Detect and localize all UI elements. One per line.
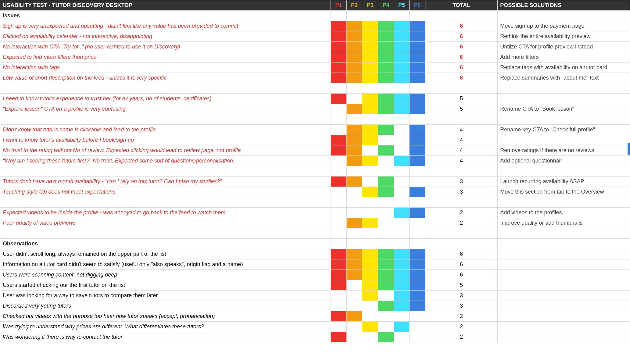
participant-cell-p1[interactable] [331,259,347,270]
participant-cell-p2[interactable] [346,291,362,301]
participant-cell-p5[interactable] [394,31,410,42]
participant-cell-p5[interactable] [394,270,410,280]
participant-cell-p1[interactable] [331,280,347,291]
issue-description[interactable]: Clicked on availability calendar - not i… [0,31,331,42]
participant-cell-p6[interactable] [410,249,425,259]
table-row[interactable]: Discarded very young tutors3 [0,301,630,311]
participant-cell-p3[interactable] [362,208,378,218]
table-row[interactable]: Observations [0,239,630,249]
participant-cell-p2[interactable] [346,311,362,322]
solution-cell[interactable]: Improve quality or add thumbnails [498,218,630,228]
table-row[interactable]: Tutors don't have next month availabilit… [0,177,630,187]
participant-cell-p4[interactable] [378,125,394,135]
table-row[interactable]: Was wondering if there is way to contact… [0,332,630,342]
solution-cell[interactable] [498,135,630,145]
participant-cell-p5[interactable] [394,208,410,218]
table-row[interactable]: Low value of short description on the fe… [0,73,630,83]
participant-cell-p2[interactable] [346,332,362,342]
total-cell[interactable]: 6 [425,249,497,259]
total-cell[interactable]: 6 [425,270,497,280]
total-cell[interactable]: 5 [425,94,497,104]
participant-cell-p1[interactable] [331,322,347,332]
total-cell[interactable]: 6 [425,42,497,52]
participant-cell-p4[interactable] [378,21,394,31]
participant-cell-p3[interactable] [362,31,378,42]
participant-cell-p4[interactable] [378,135,394,145]
solution-cell[interactable]: Remove ratings if there are no reviews [498,145,630,156]
observation-description[interactable]: User didn't scroll long, always remained… [0,249,331,259]
participant-cell-p1[interactable] [331,125,347,135]
participant-cell-p6[interactable] [410,332,425,342]
participant-cell-p1[interactable] [331,94,347,104]
table-row[interactable]: No interaction with tags6Replace tags wi… [0,62,630,73]
solution-cell[interactable] [498,94,630,104]
participant-cell-p6[interactable] [410,135,425,145]
total-cell[interactable]: 4 [425,135,497,145]
solution-cell[interactable]: Add more filters [498,52,630,62]
participant-cell-p6[interactable] [410,104,425,114]
table-row[interactable]: Expected videos to be inside the profile… [0,208,630,218]
total-cell[interactable]: 2 [425,311,497,322]
solution-cell[interactable] [498,301,630,311]
participant-cell-p1[interactable] [331,218,347,228]
observation-description[interactable]: Information on a tutor card didn't seem … [0,259,331,270]
solution-cell[interactable]: Rethink the entire availability preview [498,31,630,42]
participant-cell-p4[interactable] [378,94,394,104]
participant-cell-p2[interactable] [346,21,362,31]
solution-cell[interactable]: Launch recurring availability ASAP [498,177,630,187]
issue-description[interactable]: Teaching style tab does not meet expecta… [0,187,331,197]
participant-cell-p3[interactable] [362,62,378,73]
table-row[interactable]: Information on a tutor card didn't seem … [0,259,630,270]
table-row[interactable]: Users were scanning content, not digging… [0,270,630,280]
total-cell[interactable]: 2 [425,208,497,218]
participant-cell-p5[interactable] [394,301,410,311]
participant-cell-p3[interactable] [362,156,378,166]
participant-cell-p5[interactable] [394,62,410,73]
table-row[interactable]: No interaction with CTA "Try for.." (no … [0,42,630,52]
participant-cell-p6[interactable] [410,187,425,197]
participant-cell-p5[interactable] [394,135,410,145]
participant-cell-p3[interactable] [362,135,378,145]
participant-cell-p2[interactable] [346,218,362,228]
solution-cell[interactable] [498,280,630,291]
participant-cell-p1[interactable] [331,21,347,31]
participant-cell-p2[interactable] [346,156,362,166]
participant-cell-p4[interactable] [378,62,394,73]
table-row[interactable]: Issues [0,11,630,21]
participant-cell-p2[interactable] [346,301,362,311]
issue-description[interactable]: Sign up is very unexpected and upsetting… [0,21,331,31]
participant-cell-p6[interactable] [410,21,425,31]
participant-cell-p4[interactable] [378,156,394,166]
total-cell[interactable]: 2 [425,218,497,228]
participant-cell-p1[interactable] [331,104,347,114]
participant-cell-p5[interactable] [394,145,410,156]
participant-cell-p5[interactable] [394,104,410,114]
table-row[interactable]: User didn't scroll long, always remained… [0,249,630,259]
total-cell[interactable]: 6 [425,62,497,73]
participant-cell-p3[interactable] [362,73,378,83]
participant-cell-p4[interactable] [378,42,394,52]
participant-cell-p5[interactable] [394,125,410,135]
participant-cell-p6[interactable] [410,125,425,135]
observation-description[interactable]: Was trying to understand why prices are … [0,322,331,332]
solution-cell[interactable]: Rename key CTA to "Check full profile" [498,125,630,135]
table-row[interactable]: I want to know tutor's availability befo… [0,135,630,145]
participant-cell-p3[interactable] [362,21,378,31]
observation-description[interactable]: Was wondering if there is way to contact… [0,332,331,342]
solution-cell[interactable]: Replace tags with availability on a tuto… [498,62,630,73]
participant-cell-p6[interactable] [410,73,425,83]
participant-cell-p6[interactable] [410,291,425,301]
total-cell[interactable]: 3 [425,187,497,197]
usability-spreadsheet[interactable]: USABILITY TEST - TUTOR DISCOVERY DESKTOP… [0,0,630,342]
participant-cell-p4[interactable] [378,187,394,197]
participant-cell-p1[interactable] [331,177,347,187]
participant-cell-p5[interactable] [394,311,410,322]
participant-cell-p5[interactable] [394,21,410,31]
table-row[interactable] [0,197,630,208]
participant-cell-p6[interactable] [410,322,425,332]
participant-cell-p2[interactable] [346,135,362,145]
participant-cell-p3[interactable] [362,145,378,156]
total-cell[interactable]: 6 [425,31,497,42]
participant-cell-p1[interactable] [331,332,347,342]
participant-cell-p5[interactable] [394,42,410,52]
